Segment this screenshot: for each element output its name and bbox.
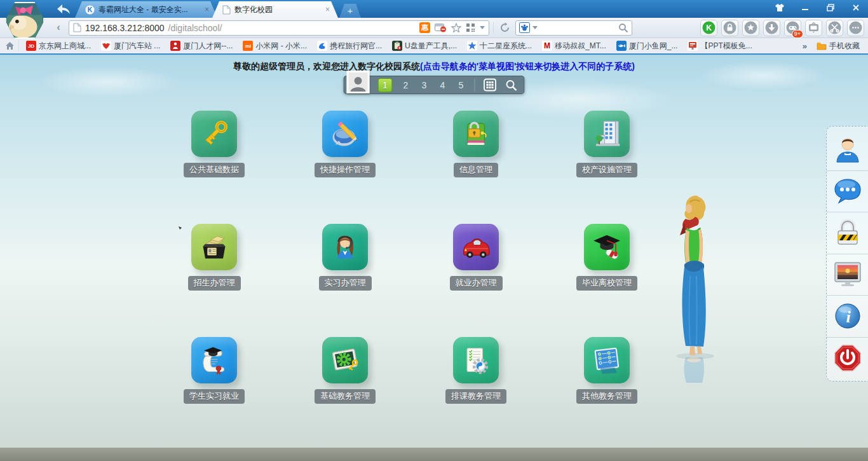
close-button[interactable] (848, 2, 864, 13)
app-other-academic-affairs[interactable]: 其他教务管理 (562, 337, 651, 404)
address-bar[interactable]: 192.168.3.212:8000/digitalschool/ 惠 (69, 20, 489, 36)
jd-icon: JD (26, 41, 36, 51)
menu-grid-icon[interactable] (484, 78, 497, 92)
welcome-highlight-text: (点击导航条的'菜单视图'按钮来切换进入不同的子系统) (420, 61, 635, 71)
search-icon[interactable] (618, 23, 628, 33)
bookmark-xiaomi[interactable]: mi 小米网 - 小米... (240, 39, 310, 53)
app-employment-office[interactable]: 就业办管理 (431, 224, 520, 291)
browser-titlebar: K 毒霸网址大全 - 最安全实... × 数字化校园 × + (0, 0, 868, 18)
app-campus-facilities[interactable]: 校产设施管理 (562, 111, 651, 177)
bookmark-jd[interactable]: JD 京东网上商城... (23, 39, 94, 53)
theme-shirt-icon[interactable] (771, 2, 788, 13)
app-label: 学生实习就业 (184, 389, 245, 404)
app-basic-academic-affairs[interactable]: 基础教务管理 (301, 337, 390, 404)
favorites-star-button[interactable] (742, 20, 759, 36)
notepad-gear-icon (453, 337, 499, 383)
bookmark-ppt-templates[interactable]: 【PPT模板免... (684, 39, 755, 53)
page-button-5[interactable]: 5 (456, 80, 466, 90)
app-label: 其他教务管理 (576, 389, 637, 404)
building-icon (584, 111, 630, 157)
qr-code-icon[interactable] (466, 23, 475, 32)
page-button-4[interactable]: 4 (438, 80, 448, 90)
tab-duba-homepage[interactable]: K 毒霸网址大全 - 最安全实... × (75, 1, 217, 18)
minimize-button[interactable] (797, 2, 813, 13)
bookmark-zodiac[interactable]: 十二星座系统... (464, 39, 535, 53)
app-public-basic-data[interactable]: 公共基础数据 (170, 111, 259, 177)
browser-toolbar: ‹ 192.168.3.212:8000/digitalschool/ 惠 (0, 18, 868, 38)
app-grid: 公共基础数据 快捷操作管理 信息管理 校产设施管理 招生办管理 (170, 111, 651, 404)
page-button-3[interactable]: 3 (419, 80, 430, 90)
favorite-star-icon[interactable] (451, 23, 461, 32)
nav-divider (475, 79, 475, 92)
privacy-lock-button[interactable] (721, 20, 738, 36)
tv-apps-button[interactable] (805, 20, 822, 36)
search-input[interactable] (540, 24, 616, 32)
restore-button[interactable] (822, 2, 839, 13)
bookmark-label: 京东网上商城... (39, 41, 91, 52)
titlebar-back-arrow-icon[interactable] (56, 3, 71, 15)
sidebar-profile-button[interactable] (827, 129, 868, 171)
app-student-internship-employment[interactable]: 学生实习就业 (170, 337, 259, 404)
app-label: 就业办管理 (450, 276, 503, 291)
sidebar-logout-button[interactable] (827, 338, 868, 379)
app-label: 校产设施管理 (576, 163, 637, 177)
bookmark-mobile-uncle[interactable]: M 移动叔叔_MT... (539, 39, 609, 53)
bookmark-xiamen-bus[interactable]: 厦门汽车站 ... (98, 39, 163, 53)
sidebar-messages-button[interactable] (827, 171, 868, 213)
bookmark-label: 厦门人才网--... (183, 41, 233, 52)
tab-close-icon[interactable]: × (323, 5, 332, 14)
bookmark-ctrip[interactable]: 携程旅行网官... (314, 39, 385, 53)
folder-icon (817, 41, 827, 51)
app-course-scheduling[interactable]: 排课教务管理 (431, 337, 520, 404)
adblock-card-icon[interactable] (435, 23, 447, 32)
bookmarks-overflow-button[interactable]: » (800, 41, 810, 51)
app-label: 毕业离校管理 (576, 276, 637, 291)
sidebar-wallpaper-button[interactable] (827, 254, 868, 296)
search-icon[interactable] (505, 79, 518, 92)
sidebar-info-button[interactable]: i (827, 296, 868, 338)
clip-scissors-button[interactable] (826, 20, 843, 36)
download-button[interactable] (763, 20, 780, 36)
bookmark-folder-mobile[interactable]: 手机收藏 (813, 39, 863, 53)
window-controls (771, 2, 864, 13)
car-icon (453, 224, 499, 270)
tab-digital-school[interactable]: 数字化校园 × (212, 1, 338, 18)
bookmark-xiamen-talent[interactable]: 厦门人才网--... (167, 39, 236, 53)
chevron-down-icon[interactable] (532, 26, 538, 29)
bookmark-label: 手机收藏 (829, 41, 860, 52)
sidebar-lock-button[interactable] (827, 212, 868, 254)
page-button-2[interactable]: 2 (401, 80, 411, 90)
more-menu-button[interactable] (847, 20, 864, 36)
search-engine-paw-icon[interactable] (519, 22, 530, 33)
page-icon (73, 23, 81, 32)
app-graduation-leave[interactable]: 毕业离校管理 (562, 224, 651, 291)
chevron-down-icon[interactable] (480, 26, 485, 29)
toolbar-extension-buttons: K 9+ (700, 20, 864, 36)
toolbar-divider (493, 22, 494, 34)
app-admissions-office[interactable]: 招生办管理 (170, 224, 259, 291)
welcome-message: 尊敬的超级管理员，欢迎您进入数字化校园系统(点击导航条的'菜单视图'按钮来切换进… (0, 61, 868, 72)
checklist-icon (584, 337, 630, 383)
app-label: 信息管理 (454, 163, 498, 177)
mi-icon: mi (243, 41, 253, 51)
nav-back-icon[interactable]: ‹ (52, 22, 65, 34)
app-label: 基础教务管理 (315, 389, 376, 404)
home-icon[interactable] (5, 41, 15, 50)
admin-avatar[interactable] (347, 71, 370, 93)
app-quick-operations[interactable]: 快捷操作管理 (301, 111, 390, 177)
app-internship-office[interactable]: 实习办管理 (301, 224, 390, 291)
search-box[interactable] (515, 20, 632, 36)
chat-bubble-icon (834, 178, 862, 205)
app-information-management[interactable]: 信息管理 (431, 111, 520, 177)
refresh-icon[interactable] (498, 21, 512, 35)
tab-close-icon[interactable]: × (203, 5, 211, 14)
bookmark-label: 小米网 - 小米... (255, 41, 307, 52)
address-bar-actions: 惠 (419, 22, 485, 33)
new-tab-button[interactable]: + (339, 4, 361, 18)
kingsoft-duba-button[interactable]: K (700, 20, 717, 36)
hui-shopping-icon[interactable]: 惠 (419, 22, 430, 33)
bookmark-usb-tools[interactable]: U盘量产工具,... (389, 39, 460, 53)
page-button-1[interactable]: 1 (378, 78, 393, 92)
bookmark-xiamen-fish[interactable]: 厦门小鱼网_... (613, 39, 681, 53)
games-button[interactable]: 9+ (784, 20, 801, 36)
